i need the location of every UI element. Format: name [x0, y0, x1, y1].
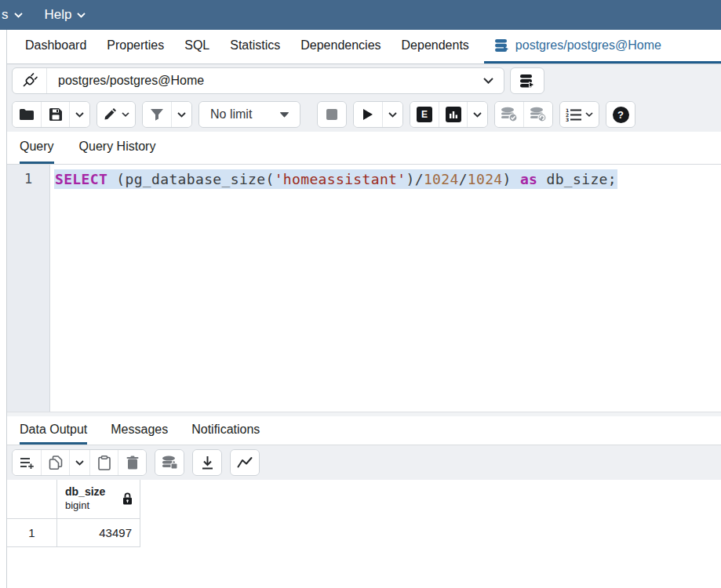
save-data-group	[155, 449, 184, 476]
execute-options-chevron[interactable]	[382, 102, 402, 127]
sql-token: )/	[406, 171, 424, 187]
edit-macros-group	[96, 101, 136, 128]
macro-list-button[interactable]: 123	[560, 102, 599, 127]
row-limit-select[interactable]: No limit	[199, 102, 300, 127]
svg-text:3: 3	[566, 117, 569, 122]
tab-messages-label: Messages	[111, 423, 168, 437]
connection-row: postgres/postgres@Home	[7, 64, 721, 97]
numbered-list-icon: 123	[566, 108, 581, 122]
tab-query-tool-active[interactable]: postgres/postgres@Home	[484, 30, 721, 64]
copy-options-chevron[interactable]	[69, 450, 89, 475]
sql-token: 1024	[424, 171, 459, 187]
file-button-group	[12, 101, 90, 128]
help-button[interactable]: ?	[606, 102, 635, 127]
sql-token: 'homeassistant'	[275, 171, 406, 187]
save-options-chevron[interactable]	[69, 102, 89, 127]
help-group: ?	[606, 101, 635, 128]
tab-data-output[interactable]: Data Output	[20, 416, 87, 445]
sql-token: (pg_database_size(	[107, 171, 275, 187]
tab-query-tool-label: postgres/postgres@Home	[515, 38, 661, 53]
play-icon	[362, 108, 373, 121]
commit-icon	[501, 107, 518, 122]
sql-token: )	[503, 171, 520, 187]
download-results-button[interactable]	[193, 450, 221, 475]
stop-button[interactable]	[318, 102, 346, 127]
editor-gutter: 1	[7, 165, 50, 412]
tab-dependents[interactable]: Dependents	[391, 30, 479, 64]
stop-icon	[326, 109, 337, 120]
paste-button[interactable]	[89, 450, 118, 475]
editor-code-area[interactable]: SELECT (pg_database_size('homeassistant'…	[50, 165, 721, 412]
menu-item-truncated-label: s	[2, 7, 9, 23]
row-number-cell[interactable]: 1	[7, 519, 57, 547]
explain-button[interactable]: E	[410, 102, 439, 127]
execute-group	[353, 101, 403, 128]
connection-status-plug-icon	[13, 68, 47, 93]
tab-query-history[interactable]: Query History	[79, 132, 156, 164]
top-menu-bar: s Help	[0, 0, 721, 30]
tab-dashboard-label: Dashboard	[25, 38, 86, 53]
chevron-down-icon	[14, 13, 23, 18]
filter-options-chevron[interactable]	[171, 102, 191, 127]
object-tab-strip: Dashboard Properties SQL Statistics Depe…	[7, 30, 721, 64]
transaction-group	[494, 101, 553, 128]
tab-properties[interactable]: Properties	[96, 30, 174, 64]
delete-row-button[interactable]	[118, 450, 146, 475]
download-group	[192, 449, 222, 476]
save-data-changes-button[interactable]	[155, 450, 184, 475]
download-icon	[201, 456, 214, 470]
output-panel-tabs: Data Output Messages Notifications	[7, 416, 721, 445]
menu-item-help[interactable]: Help	[37, 0, 94, 30]
limit-group: No limit	[198, 101, 300, 128]
chevron-down-icon	[483, 78, 493, 84]
filter-group	[142, 101, 192, 128]
grid-select-all-corner[interactable]	[7, 480, 57, 519]
macro-list-group: 123	[559, 101, 599, 128]
tab-properties-label: Properties	[107, 38, 164, 53]
connection-select[interactable]: postgres/postgres@Home	[12, 67, 504, 94]
tab-dependencies[interactable]: Dependencies	[290, 30, 391, 64]
sql-token: db_size;	[537, 171, 617, 187]
explain-analyze-button[interactable]	[439, 102, 467, 127]
sql-editor[interactable]: 1 SELECT (pg_database_size('homeassistan…	[7, 165, 721, 412]
copy-button[interactable]	[41, 450, 69, 475]
tab-messages[interactable]: Messages	[111, 416, 168, 445]
sql-token: /	[459, 171, 468, 187]
save-file-button[interactable]	[41, 102, 69, 127]
explain-options-chevron[interactable]	[467, 102, 487, 127]
menu-item-truncated[interactable]: s	[2, 0, 31, 30]
tab-query-history-label: Query History	[79, 140, 156, 154]
tab-dependencies-label: Dependencies	[300, 38, 381, 53]
rollback-button[interactable]	[523, 102, 552, 127]
new-connection-button[interactable]	[510, 67, 544, 94]
tab-statistics[interactable]: Statistics	[220, 30, 290, 64]
db-size-value-cell[interactable]: 43497	[57, 519, 140, 547]
tab-dashboard[interactable]: Dashboard	[15, 30, 96, 64]
copy-icon	[49, 456, 63, 470]
grid-data-row: 1 43497	[7, 519, 721, 547]
commit-button[interactable]	[495, 102, 523, 127]
graph-group	[230, 449, 260, 476]
sql-line-1: SELECT (pg_database_size('homeassistant'…	[54, 169, 617, 189]
edit-macros-button[interactable]	[97, 102, 135, 127]
explain-analyze-chart-icon	[446, 107, 461, 122]
execute-button[interactable]	[354, 102, 382, 127]
explain-icon: E	[417, 107, 432, 122]
open-file-button[interactable]	[13, 102, 41, 127]
sql-token: as	[520, 171, 537, 187]
query-panel-tabs: Query Query History	[7, 132, 721, 165]
results-grid: db_size bigint 1 43497	[7, 480, 721, 588]
tab-query[interactable]: Query	[20, 132, 54, 164]
filter-button[interactable]	[143, 102, 171, 127]
rollback-icon	[530, 107, 547, 122]
tab-notifications[interactable]: Notifications	[191, 416, 260, 445]
tab-sql[interactable]: SQL	[174, 30, 220, 64]
connection-value: postgres/postgres@Home	[47, 74, 483, 88]
graph-visualiser-button[interactable]	[231, 450, 259, 475]
row-limit-value: No limit	[210, 107, 252, 122]
lock-icon	[122, 492, 133, 505]
tab-sql-label: SQL	[184, 38, 209, 53]
grid-column-header-db-size[interactable]: db_size bigint	[57, 480, 140, 519]
add-row-button[interactable]	[13, 450, 41, 475]
graph-line-icon	[237, 456, 253, 469]
